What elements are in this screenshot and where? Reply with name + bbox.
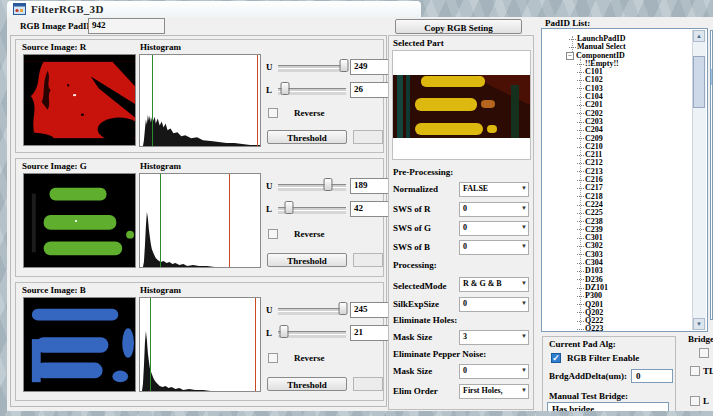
tree-item[interactable]: − C224: [542, 201, 693, 209]
reverse-checkbox-r[interactable]: [268, 108, 278, 118]
slider-thumb[interactable]: [324, 178, 333, 191]
u-slider-b[interactable]: [278, 302, 346, 316]
tree-item[interactable]: − C102: [542, 76, 693, 84]
brdg-add-delta-label: BrdgAddDelta(um):: [549, 371, 627, 381]
silk-exp-size-select[interactable]: 0 ▼: [459, 297, 529, 312]
silk-exp-size-label: SilkExpSize: [393, 299, 439, 309]
tree-item[interactable]: − C104: [542, 93, 693, 101]
tree-item[interactable]: − DZ101: [542, 284, 693, 292]
selected-part-canvas: [392, 50, 531, 160]
l-value-r[interactable]: 26: [350, 82, 389, 98]
tree-item[interactable]: − C212: [542, 159, 693, 167]
sws-of-b-select[interactable]: 0 ▼: [459, 240, 529, 255]
threshold-result-box-b[interactable]: [353, 377, 383, 391]
slider-thumb[interactable]: [279, 325, 288, 338]
l-slider-b[interactable]: [278, 325, 346, 339]
threshold-button-b[interactable]: Threshold: [267, 377, 347, 391]
l-value-g[interactable]: 42: [350, 201, 389, 217]
tree-item[interactable]: − Q223: [542, 325, 693, 331]
tree-item[interactable]: − C211: [542, 151, 693, 159]
threshold-result-box-g[interactable]: [353, 253, 383, 267]
upper-threshold-line: [229, 174, 230, 267]
tree-item[interactable]: − C239: [542, 226, 693, 234]
slider-thumb[interactable]: [280, 82, 289, 95]
tree-item[interactable]: − C201: [542, 101, 693, 109]
tree-item[interactable]: − C216: [542, 176, 693, 184]
tree-item[interactable]: − C217: [542, 184, 693, 192]
copy-rgb-setting-button[interactable]: Copy RGB Seting: [395, 19, 522, 34]
slider-thumb[interactable]: [285, 201, 294, 214]
blue-channel-image: [24, 298, 135, 391]
histogram-r: [139, 54, 261, 147]
sws-of-b-label: SWS of B: [393, 242, 430, 252]
tree-item[interactable]: − C209: [542, 135, 693, 143]
brdg-add-delta-input[interactable]: 0: [631, 369, 673, 383]
dropdown-arrow-icon: ▼: [521, 387, 527, 393]
scroll-down-arrow-icon[interactable]: ▼: [693, 318, 705, 330]
selected-mode-select[interactable]: R & G & B ▼: [459, 277, 529, 292]
source-images-panel: Source Image: R: [10, 35, 387, 407]
manual-test-bridge-input[interactable]: Has bridge: [547, 402, 669, 411]
reverse-checkbox-g[interactable]: [268, 229, 278, 239]
tree-item[interactable]: − C210: [542, 143, 693, 151]
tree-dash: [577, 64, 584, 65]
tree-item[interactable]: − C225: [542, 209, 693, 217]
bridge-tl-checkbox[interactable]: [690, 366, 700, 376]
tree-item[interactable]: − Q202: [542, 309, 693, 317]
slider-thumb[interactable]: [340, 59, 349, 72]
tree-item[interactable]: − C101: [542, 68, 693, 76]
tree-item[interactable]: − C303: [542, 251, 693, 259]
u-slider-g[interactable]: [278, 178, 346, 192]
threshold-result-box-r[interactable]: [353, 130, 383, 144]
tree-dash: [577, 205, 584, 206]
sws-of-g-select[interactable]: 0 ▼: [459, 221, 529, 236]
tree-scrollbar[interactable]: ▲ ▼: [692, 30, 706, 330]
tree-item[interactable]: − C301: [542, 234, 693, 242]
scroll-up-arrow-icon[interactable]: ▲: [693, 30, 705, 42]
tree-item[interactable]: − C103: [542, 85, 693, 93]
tree-item[interactable]: − C302: [542, 242, 693, 250]
tree-item[interactable]: − C304: [542, 259, 693, 267]
rgb-filter-enable-checkbox[interactable]: ✓: [551, 353, 561, 363]
l-slider-g[interactable]: [278, 201, 346, 215]
window-titlebar[interactable]: FilterRGB_3D: [7, 1, 421, 17]
reverse-checkbox-b[interactable]: [268, 353, 278, 363]
threshold-button-g[interactable]: Threshold: [267, 253, 347, 267]
tree-expander[interactable]: −: [566, 52, 574, 60]
slider-track: [278, 65, 346, 69]
u-value-g[interactable]: 189: [350, 178, 389, 194]
tree-item[interactable]: − C204: [542, 126, 693, 134]
slider-track: [278, 184, 346, 188]
tree-dash: [577, 130, 584, 131]
scrollbar-thumb[interactable]: [693, 56, 705, 108]
l-label: L: [266, 204, 272, 214]
tree-item[interactable]: − D236: [542, 276, 693, 284]
tree-dash: [577, 105, 584, 106]
tree-item[interactable]: − C213: [542, 168, 693, 176]
tree-item[interactable]: − C203: [542, 118, 693, 126]
tree-item[interactable]: − D103: [542, 267, 693, 275]
tree-item[interactable]: − C218: [542, 193, 693, 201]
bridge-l-checkbox[interactable]: [690, 396, 700, 406]
u-value-b[interactable]: 245: [350, 302, 389, 318]
elim-order-select[interactable]: First Holes, ▼: [459, 384, 529, 399]
sws-of-r-select[interactable]: 0 ▼: [459, 202, 529, 217]
tree-item[interactable]: − C238: [542, 218, 693, 226]
u-value-r[interactable]: 249: [350, 59, 389, 75]
normalized-select[interactable]: FALSE ▼: [459, 182, 529, 197]
histogram-b: [139, 297, 261, 392]
tree-item[interactable]: − !!Empty!!: [542, 60, 693, 68]
tree-item[interactable]: − Q201: [542, 301, 693, 309]
threshold-button-r[interactable]: Threshold: [267, 130, 347, 144]
tree-item[interactable]: − Q222: [542, 317, 693, 325]
mask-size-pepper-select[interactable]: 0 ▼: [459, 364, 529, 379]
l-slider-r[interactable]: [278, 82, 346, 96]
tree-item[interactable]: − C202: [542, 110, 693, 118]
tree-item[interactable]: − P300: [542, 292, 693, 300]
slider-thumb[interactable]: [339, 302, 348, 315]
u-slider-r[interactable]: [278, 59, 346, 73]
bridge-checkbox-partial[interactable]: [699, 348, 709, 358]
u-label: U: [266, 305, 273, 315]
mask-size-holes-select[interactable]: 3 ▼: [459, 330, 529, 345]
l-value-b[interactable]: 21: [350, 325, 389, 341]
